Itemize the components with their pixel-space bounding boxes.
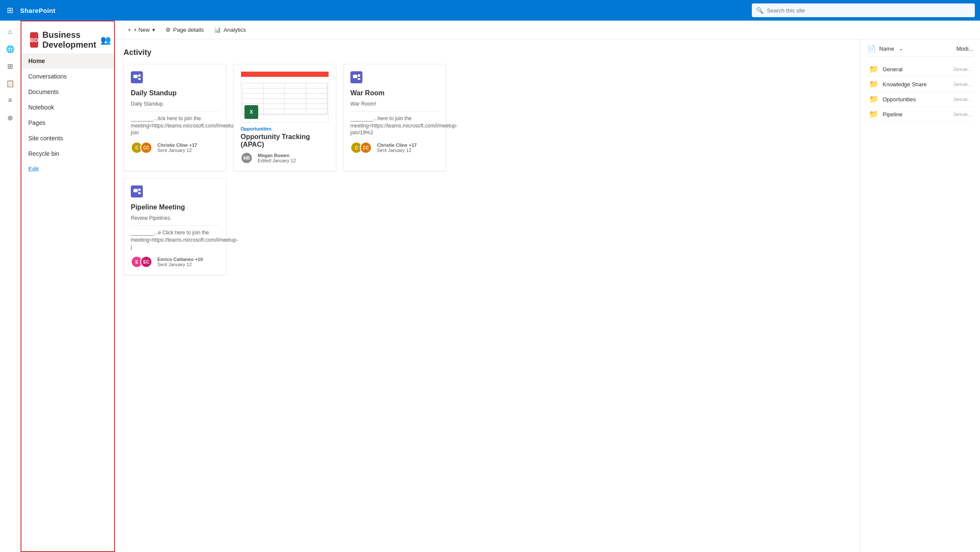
sidebar-item-conversations[interactable]: Conversations xyxy=(21,69,114,84)
right-panel-header: 📄 Name ⌄ Modi... xyxy=(867,45,973,57)
analytics-icon: 📊 xyxy=(214,27,221,33)
sidebar-item-site-contents[interactable]: Site contents xyxy=(21,130,114,146)
card-daily-standup-link: ________...lick here to join the meeting… xyxy=(131,115,219,136)
excel-icon: X xyxy=(244,105,258,119)
toolbar: + + New ▾ ⚙ Page details 📊 Analytics xyxy=(115,21,980,39)
right-panel: 📄 Name ⌄ Modi... 📁 General Januar... 📁 K… xyxy=(860,39,980,552)
card-war-room-link: ________...here to join the meeting<http… xyxy=(350,115,439,136)
card-daily-standup-title: Daily Standup xyxy=(131,89,219,97)
top-navigation: ⊞ SharePoint 🔍 xyxy=(0,0,980,21)
rail-add-icon[interactable]: ⊕ xyxy=(3,110,18,125)
folder-icon-opportunities: 📁 xyxy=(869,94,878,104)
svg-point-2 xyxy=(138,74,141,77)
activity-title: Activity xyxy=(124,48,851,57)
folder-name-opportunities: Opportunities xyxy=(883,96,949,103)
rail-grid-icon[interactable]: ⊞ xyxy=(3,58,18,74)
folder-name-knowledge: Knowledge Share xyxy=(883,81,949,88)
activity-section: Activity Daily Standup xyxy=(115,39,860,552)
folder-date-knowledge: Januar... xyxy=(953,82,971,87)
page-details-button[interactable]: ⚙ Page details xyxy=(161,24,208,36)
search-icon: 🔍 xyxy=(756,7,763,14)
avatar-mb: MB xyxy=(241,152,253,164)
avatar-cc-wr: CC xyxy=(360,142,372,154)
main-content: + + New ▾ ⚙ Page details 📊 Analytics Act… xyxy=(115,21,980,552)
folder-date-general: Januar... xyxy=(953,67,971,72)
meta-text-pm: Enrico Cattaneo +10 Sent January 12 xyxy=(157,257,203,267)
card-war-room: War Room War Room! ________...here to jo… xyxy=(343,64,446,171)
site-title: Business Development xyxy=(42,30,96,50)
teams-icon[interactable]: 👥 xyxy=(100,35,111,45)
rail-home-icon[interactable]: ⌂ xyxy=(3,24,18,39)
avatar-group-mb: MB xyxy=(241,152,250,164)
avatar-group-wr: C CC xyxy=(350,142,369,154)
card-daily-standup: Daily Standup Daily Standup. ________...… xyxy=(124,64,226,171)
col-modified-header: Modi... xyxy=(956,45,973,52)
card-pipeline-meta: E EC Enrico Cattaneo +10 Sent January 12 xyxy=(131,256,219,268)
meta-text-mb: Megan Bowen Edited January 12 xyxy=(258,153,296,163)
left-rail: ⌂ 🌐 ⊞ 📋 ≡ ⊕ xyxy=(0,21,21,552)
content-panel-container: Activity Daily Standup xyxy=(115,39,980,552)
folder-row-general[interactable]: 📁 General Januar... xyxy=(867,62,973,77)
activity-cards-row2: Pipeline Meeting Review Pipelines. _____… xyxy=(124,178,851,275)
avatar-group: C CC xyxy=(131,142,150,154)
card-war-room-meta: C CC Christie Cline +17 Sent January 12 xyxy=(350,142,439,154)
svg-point-6 xyxy=(358,74,360,77)
file-icon: 📄 xyxy=(867,45,876,53)
sidebar-item-edit[interactable]: Edit xyxy=(21,161,114,177)
folder-row-pipeline[interactable]: 📁 Pipeline Januar... xyxy=(867,107,973,122)
folder-icon-general: 📁 xyxy=(869,64,878,74)
card-opportunity-meta: MB Megan Bowen Edited January 12 xyxy=(241,152,329,164)
search-input[interactable] xyxy=(767,7,971,14)
col-name-header: Name xyxy=(879,45,894,52)
card-opportunity-tracking: X Opportunities Opportunity Tracking (AP… xyxy=(233,64,336,171)
folder-date-opportunities: Januar... xyxy=(953,97,971,102)
card-pipeline-title: Pipeline Meeting xyxy=(131,203,219,211)
new-button[interactable]: + + New ▾ xyxy=(124,24,160,36)
search-box: 🔍 xyxy=(752,3,975,17)
svg-point-10 xyxy=(138,188,141,191)
avatar-cc: CC xyxy=(140,142,152,154)
sidebar-item-home[interactable]: Home xyxy=(21,53,114,69)
card-daily-standup-desc: Daily Standup. xyxy=(131,100,219,108)
card-war-room-title: War Room xyxy=(350,89,439,97)
meta-text: Christie Cline +17 Sent January 12 xyxy=(157,143,197,153)
analytics-button[interactable]: 📊 Analytics xyxy=(210,24,250,36)
sidebar-item-recycle-bin[interactable]: Recycle bin xyxy=(21,146,114,161)
rail-globe-icon[interactable]: 🌐 xyxy=(3,41,18,57)
avatar-group-pm: E EC xyxy=(131,256,150,268)
teams-card-icon-pipeline xyxy=(131,185,219,200)
avatar-ec-pm: EC xyxy=(140,256,152,268)
sidebar-item-pages[interactable]: Pages xyxy=(21,115,114,130)
sidebar-item-documents[interactable]: Documents xyxy=(21,84,114,100)
svg-rect-1 xyxy=(133,75,138,78)
sort-icon: ⌄ xyxy=(899,46,903,51)
site-header: BD Business Development 👥 xyxy=(21,25,114,50)
folder-name-pipeline: Pipeline xyxy=(883,111,949,118)
site-logo: BD xyxy=(30,32,38,48)
sidebar-navigation: BD Business Development 👥 Home Conversat… xyxy=(21,21,115,552)
svg-rect-5 xyxy=(353,75,357,78)
card-war-room-desc: War Room! xyxy=(350,100,439,108)
svg-rect-3 xyxy=(138,78,141,80)
teams-card-icon-warroom xyxy=(350,71,439,86)
excel-preview: X xyxy=(241,71,329,123)
folder-icon-knowledge: 📁 xyxy=(869,79,878,89)
main-layout: ⌂ 🌐 ⊞ 📋 ≡ ⊕ BD Business Development 👥 Ho… xyxy=(0,21,980,552)
card-tag-opportunities: Opportunities xyxy=(241,126,329,131)
svg-rect-7 xyxy=(358,78,360,80)
card-pipeline-desc: Review Pipelines. xyxy=(131,215,219,222)
sidebar-item-notebook[interactable]: Notebook xyxy=(21,100,114,115)
svg-rect-9 xyxy=(133,189,138,192)
folder-row-opportunities[interactable]: 📁 Opportunities Januar... xyxy=(867,92,973,107)
folder-row-knowledge-share[interactable]: 📁 Knowledge Share Januar... xyxy=(867,77,973,92)
rail-list-icon[interactable]: ≡ xyxy=(3,93,18,108)
activity-cards-row1: Daily Standup Daily Standup. ________...… xyxy=(124,64,851,171)
brand-logo: SharePoint xyxy=(20,7,55,14)
rail-page-icon[interactable]: 📋 xyxy=(3,76,18,91)
waffle-icon[interactable]: ⊞ xyxy=(5,4,15,17)
gear-icon: ⚙ xyxy=(166,27,171,33)
card-pipeline-link: ________...e Click here to join the meet… xyxy=(131,229,219,251)
meta-text-wr: Christie Cline +17 Sent January 12 xyxy=(377,143,417,153)
teams-card-icon xyxy=(131,71,219,86)
folder-name-general: General xyxy=(883,66,949,73)
